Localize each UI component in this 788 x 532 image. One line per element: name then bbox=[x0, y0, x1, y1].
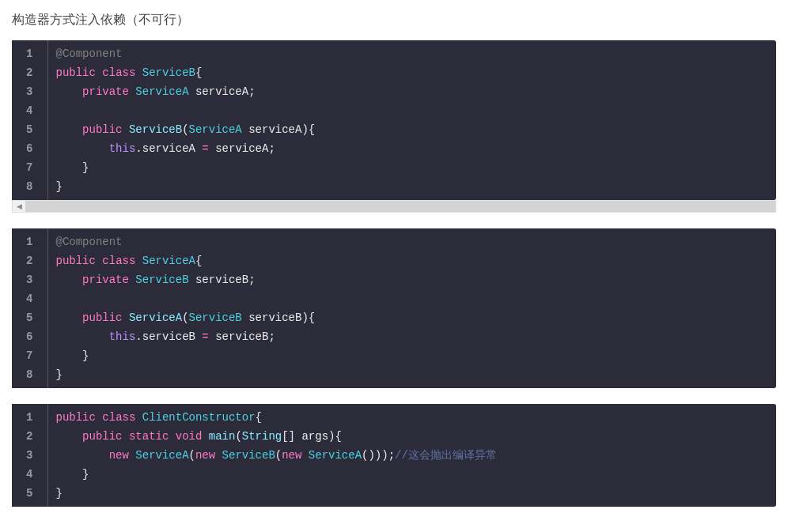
token-this-ref: this bbox=[109, 142, 136, 155]
line-number: 5 bbox=[12, 308, 47, 327]
token-punct: } bbox=[56, 487, 63, 500]
token-keyword2: public bbox=[82, 311, 122, 324]
line-number: 3 bbox=[12, 270, 47, 289]
line-number: 6 bbox=[12, 327, 47, 346]
token-punct: ( bbox=[189, 449, 195, 462]
code-line: 4 } bbox=[12, 465, 776, 484]
token-keyword2: new bbox=[195, 449, 215, 462]
code-content[interactable]: public class ServiceB{ bbox=[47, 63, 776, 82]
code-line: 7 } bbox=[12, 158, 776, 177]
token-string-type: String bbox=[242, 430, 282, 443]
token-punct bbox=[56, 330, 109, 343]
token-punct: ){ bbox=[301, 311, 315, 324]
code-content[interactable]: } bbox=[47, 177, 776, 200]
token-identifier: serviceA bbox=[142, 142, 195, 155]
token-keyword2: public bbox=[82, 123, 122, 136]
code-line: 3 private ServiceB serviceB; bbox=[12, 270, 776, 289]
code-line: 5} bbox=[12, 484, 776, 507]
code-block-3: 1public class ClientConstructor{2 public… bbox=[12, 404, 776, 507]
line-number: 7 bbox=[12, 346, 47, 365]
code-line: 4 bbox=[12, 101, 776, 120]
token-classname: ServiceA bbox=[309, 449, 362, 462]
line-number: 8 bbox=[12, 365, 47, 388]
line-number: 4 bbox=[12, 101, 47, 120]
token-method: ServiceB bbox=[129, 123, 182, 136]
token-operator: = bbox=[202, 142, 208, 155]
token-punct: ){ bbox=[328, 430, 342, 443]
line-number: 3 bbox=[12, 82, 47, 101]
code-content[interactable] bbox=[47, 289, 776, 308]
token-classname: ServiceA bbox=[189, 123, 242, 136]
code-content[interactable]: this.serviceA = serviceA; bbox=[47, 139, 776, 158]
token-comment: //这会抛出编译异常 bbox=[395, 449, 497, 462]
token-punct bbox=[189, 274, 195, 286]
code-content[interactable]: } bbox=[47, 158, 776, 177]
section-heading: 构造器方式注入依赖（不可行） bbox=[12, 12, 776, 28]
line-number: 5 bbox=[12, 484, 47, 507]
token-punct bbox=[123, 430, 129, 443]
code-block-2: 1@Component2public class ServiceA{3 priv… bbox=[12, 228, 776, 388]
code-line: 3 new ServiceA(new ServiceB(new ServiceA… bbox=[12, 446, 776, 465]
token-punct bbox=[242, 123, 248, 136]
code-line: 4 bbox=[12, 289, 776, 308]
token-keyword2: static bbox=[129, 430, 169, 443]
code-content[interactable]: public class ServiceA{ bbox=[47, 251, 776, 270]
code-content[interactable]: } bbox=[47, 484, 776, 507]
token-identifier: serviceB bbox=[195, 274, 248, 286]
token-keyword2: public bbox=[56, 411, 96, 424]
code-line: 2public class ServiceB{ bbox=[12, 63, 776, 82]
code-line: 1@Component bbox=[12, 40, 776, 63]
token-punct: ; bbox=[248, 274, 255, 286]
token-punct bbox=[215, 449, 222, 462]
code-content[interactable]: this.serviceB = serviceB; bbox=[47, 327, 776, 346]
token-punct bbox=[56, 449, 109, 462]
token-this-ref: this bbox=[109, 330, 136, 343]
code-content[interactable]: @Component bbox=[47, 228, 776, 251]
token-keyword2: public bbox=[56, 255, 96, 267]
token-keyword2: new bbox=[282, 449, 301, 462]
token-identifier: serviceB bbox=[215, 330, 268, 343]
token-punct bbox=[56, 123, 83, 136]
code-content[interactable]: public class ClientConstructor{ bbox=[47, 404, 776, 427]
token-punct: { bbox=[195, 255, 202, 267]
token-annotation: @Component bbox=[56, 236, 123, 248]
scrollbar-track[interactable] bbox=[25, 201, 775, 212]
code-line: 6 this.serviceA = serviceA; bbox=[12, 139, 776, 158]
code-content[interactable]: public static void main(String[] args){ bbox=[47, 427, 776, 446]
code-content[interactable]: new ServiceA(new ServiceB(new ServiceA()… bbox=[47, 446, 776, 465]
token-punct: ; bbox=[268, 142, 275, 155]
token-punct: } bbox=[56, 180, 63, 193]
line-number: 5 bbox=[12, 120, 47, 139]
token-keyword2: void bbox=[176, 430, 203, 443]
token-annotation: @Component bbox=[56, 47, 123, 60]
code-content[interactable]: @Component bbox=[47, 40, 776, 63]
token-punct bbox=[135, 411, 142, 424]
token-punct bbox=[123, 311, 129, 324]
token-punct bbox=[135, 66, 142, 79]
line-number: 6 bbox=[12, 139, 47, 158]
line-number: 2 bbox=[12, 63, 47, 82]
line-number: 3 bbox=[12, 446, 47, 465]
token-classname: ServiceB bbox=[189, 311, 242, 324]
horizontal-scrollbar[interactable]: ◀ bbox=[12, 200, 776, 213]
code-content[interactable]: private ServiceB serviceB; bbox=[47, 270, 776, 289]
token-operator: = bbox=[202, 330, 208, 343]
code-content[interactable]: private ServiceA serviceA; bbox=[47, 82, 776, 101]
token-punct: ){ bbox=[301, 123, 315, 136]
scrollbar-left-arrow-icon[interactable]: ◀ bbox=[13, 201, 25, 212]
token-punct bbox=[135, 255, 142, 267]
code-content[interactable]: } bbox=[47, 365, 776, 388]
token-method: ServiceA bbox=[129, 311, 182, 324]
code-content[interactable]: } bbox=[47, 465, 776, 484]
code-content[interactable]: public ServiceB(ServiceA serviceA){ bbox=[47, 120, 776, 139]
token-classname: ServiceA bbox=[135, 85, 188, 98]
code-content[interactable]: public ServiceA(ServiceB serviceB){ bbox=[47, 308, 776, 327]
token-classname: ServiceA bbox=[142, 255, 195, 267]
line-number: 4 bbox=[12, 289, 47, 308]
token-identifier: serviceA bbox=[195, 85, 248, 98]
token-punct: } bbox=[56, 349, 89, 362]
code-content[interactable] bbox=[47, 101, 776, 120]
code-content[interactable]: } bbox=[47, 346, 776, 365]
token-punct bbox=[209, 142, 215, 155]
token-punct bbox=[123, 123, 129, 136]
